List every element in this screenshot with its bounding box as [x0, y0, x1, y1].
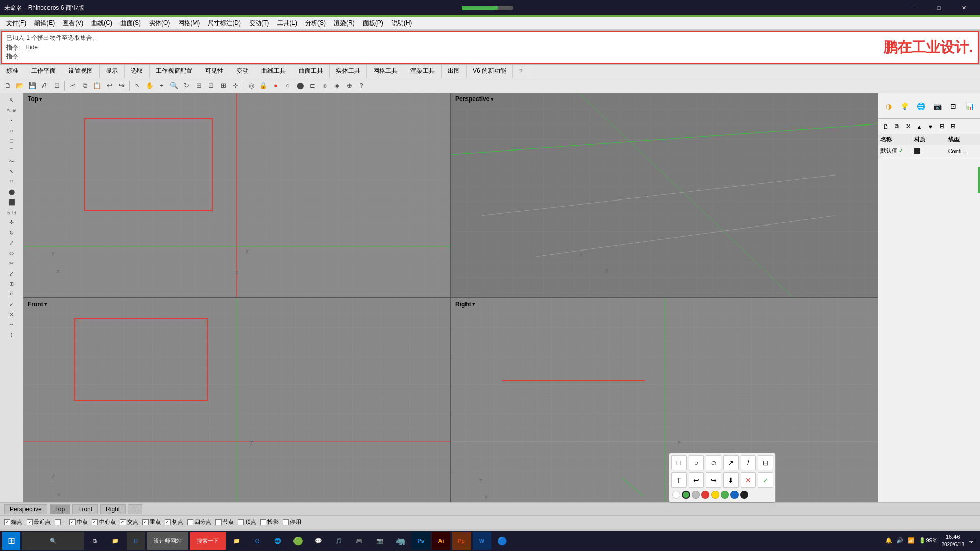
taskbar-battery[interactable]: 🔋99% — [919, 537, 937, 544]
lt-circle[interactable]: ○ — [3, 126, 21, 135]
taskbar-chrome[interactable]: 🟢 — [289, 532, 307, 550]
tb-print[interactable]: 🖨 — [39, 80, 50, 91]
viewport-top[interactable]: Top ▾ — [23, 93, 450, 297]
tab-display[interactable]: 显示 — [100, 65, 125, 78]
tb-rotate[interactable]: ↻ — [181, 80, 192, 91]
lt-arc[interactable]: ⌒ — [3, 146, 21, 156]
snap-mid-cb[interactable] — [69, 519, 76, 525]
lt-freeform[interactable]: ⌇⌇ — [3, 177, 21, 186]
lt-box[interactable]: ⬛ — [3, 197, 21, 207]
snap-vertex[interactable]: 顶点 — [238, 518, 256, 526]
tab-help[interactable]: ? — [513, 66, 529, 77]
rp-unknown1[interactable]: ⊡ — [947, 100, 960, 112]
taskbar-ie2[interactable]: e — [248, 532, 266, 550]
menu-render[interactable]: 渲染(R) — [330, 18, 359, 29]
taskbar-ie1[interactable]: e — [127, 532, 145, 550]
tb-target[interactable]: ◎ — [246, 80, 257, 91]
tab-right[interactable]: Right — [100, 504, 126, 514]
snap-knot[interactable]: 节点 — [215, 518, 234, 526]
viewport-right[interactable]: Right ▾ — [451, 298, 878, 503]
snap-perp-cb[interactable] — [142, 519, 149, 525]
tb-save[interactable]: 💾 — [27, 80, 38, 91]
snap-center-cb[interactable] — [92, 519, 98, 525]
ft-crop-icon[interactable]: ⊟ — [758, 455, 773, 470]
tab-visibility[interactable]: 可见性 — [199, 65, 230, 78]
tab-standard[interactable]: 标准 — [0, 65, 25, 78]
menu-view[interactable]: 查看(V) — [59, 18, 87, 29]
menu-edit[interactable]: 编辑(E) — [30, 18, 59, 29]
rp-down[interactable]: ▼ — [925, 121, 936, 132]
taskbar-taskview[interactable]: ⧉ — [86, 532, 104, 550]
taskbar-notification2[interactable]: 🗨 — [968, 538, 974, 544]
ft-share-icon[interactable]: ↪ — [706, 472, 721, 488]
tab-mesh-tools[interactable]: 网格工具 — [367, 65, 404, 78]
menu-dim[interactable]: 尺寸标注(D) — [204, 18, 245, 29]
menu-help[interactable]: 说明(H) — [387, 18, 416, 29]
tb-pan[interactable]: ✋ — [144, 80, 155, 91]
taskbar-ppt[interactable]: Pp — [452, 532, 471, 550]
taskbar-ai[interactable]: Ai — [432, 532, 450, 550]
snap-endpoint-cb[interactable] — [4, 519, 10, 525]
tb-unknown3[interactable]: ◈ — [331, 80, 342, 91]
ft-color-white[interactable] — [672, 491, 680, 499]
tab-surface-tools[interactable]: 曲面工具 — [292, 65, 330, 78]
lt-dim[interactable]: ↔ — [3, 320, 21, 329]
taskbar-network[interactable]: 📶 — [908, 537, 915, 544]
rp-copy[interactable]: ⧉ — [892, 121, 902, 132]
ft-color-gray[interactable] — [682, 491, 690, 499]
tab-transform[interactable]: 变动 — [230, 65, 255, 78]
lt-curve[interactable]: 〜 — [3, 157, 21, 166]
menu-solid[interactable]: 实体(O) — [145, 18, 174, 29]
taskbar-globe[interactable]: 🌐 — [268, 532, 287, 550]
tab-curve-tools[interactable]: 曲线工具 — [255, 65, 292, 78]
tb-pill[interactable]: ⊏ — [307, 80, 318, 91]
lt-group1[interactable]: ↖⊕ — [3, 106, 21, 115]
snap-center[interactable]: 中心点 — [92, 518, 116, 526]
lt-scale[interactable]: ⤢ — [3, 238, 21, 247]
ft-face-icon[interactable]: ☺ — [706, 455, 721, 470]
ft-line-icon[interactable]: / — [741, 455, 756, 470]
ft-color-yellow[interactable] — [711, 491, 719, 499]
snap-near-cb[interactable] — [27, 519, 33, 525]
taskbar-rhino2[interactable]: 🔵 — [493, 532, 511, 550]
tb-unknown2[interactable]: ⍟ — [319, 80, 330, 91]
tb-zoom-ext[interactable]: ⊞ — [193, 80, 204, 91]
lt-sphere[interactable]: ⬤ — [3, 187, 21, 196]
menu-panel[interactable]: 面板(P) — [359, 18, 387, 29]
layer-name-cell[interactable]: 默认值 ✓ — [878, 145, 912, 157]
tb-paste[interactable]: 📋 — [91, 80, 103, 91]
tab-add[interactable]: + — [128, 504, 142, 514]
menu-curve[interactable]: 曲线(C) — [87, 18, 116, 29]
tb-zoom-sel[interactable]: ⊡ — [205, 80, 216, 91]
viewport-front[interactable]: Front ▾ — [23, 298, 450, 503]
tab-render-tools[interactable]: 渲染工具 — [404, 65, 442, 78]
lt-trim[interactable]: ✂ — [3, 259, 21, 268]
tb-lock[interactable]: 🔒 — [258, 80, 269, 91]
layer-material-cell[interactable] — [912, 145, 946, 157]
tab-output[interactable]: 出图 — [442, 65, 467, 78]
lt-unknown[interactable]: ⊹ — [3, 330, 21, 339]
tb-circle-empty[interactable]: ○ — [282, 80, 293, 91]
rp-up[interactable]: ▲ — [914, 121, 924, 132]
minimize-button[interactable]: ─ — [901, 0, 925, 15]
tb-help2[interactable]: ? — [356, 80, 367, 91]
snap-vertex-cb[interactable] — [238, 519, 244, 525]
tb-zoom-in[interactable]: 🔍 — [168, 80, 180, 91]
menu-transform[interactable]: 变动(T) — [245, 18, 273, 29]
taskbar-game[interactable]: 🎮 — [350, 532, 369, 550]
tb-unknown1[interactable]: ⊡ — [51, 80, 62, 91]
rp-filter[interactable]: ⊟ — [937, 121, 947, 132]
taskbar-music[interactable]: 🎵 — [330, 532, 348, 550]
taskbar-wechat[interactable]: 💬 — [309, 532, 328, 550]
snap-knot-cb[interactable] — [215, 519, 222, 525]
tb-snap[interactable]: ⊹ — [230, 80, 241, 91]
ft-color-black[interactable] — [740, 491, 748, 499]
tab-perspective[interactable]: Perspective — [4, 504, 47, 514]
snap-perp[interactable]: 重点 — [142, 518, 161, 526]
rp-env[interactable]: 🌐 — [915, 100, 927, 112]
rp-lamp[interactable]: 💡 — [899, 100, 911, 112]
tab-setview[interactable]: 设置视图 — [62, 65, 100, 78]
tb-zoom[interactable]: + — [156, 80, 167, 91]
menu-file[interactable]: 文件(F) — [2, 18, 30, 29]
rp-color-wheel[interactable]: ◑ — [883, 100, 895, 112]
